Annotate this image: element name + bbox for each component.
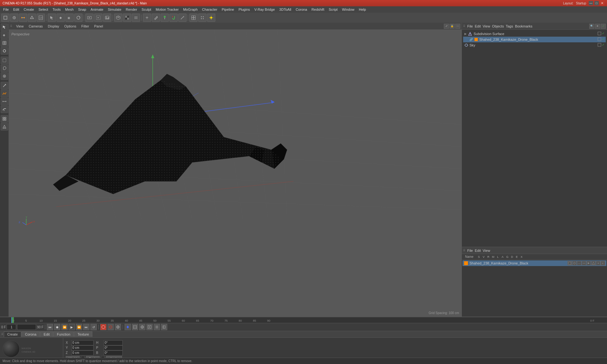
tool-pointer[interactable] [1, 23, 8, 31]
viewport-expand-btn[interactable]: ⤢ [444, 24, 449, 29]
pb-btn1[interactable] [100, 324, 107, 330]
toolbar-polygon-mode[interactable] [28, 14, 36, 22]
toolbar-render-region[interactable] [94, 14, 102, 22]
sm-menu-bookmarks[interactable]: Bookmarks [515, 24, 532, 28]
menu-pipeline[interactable]: Pipeline [220, 7, 236, 12]
toolbar-layers[interactable] [132, 14, 140, 22]
tool-spline[interactable] [1, 90, 8, 97]
viewport-menu-display[interactable]: Display [46, 24, 60, 29]
coord-x-input[interactable] [71, 340, 94, 345]
toolbar-paint[interactable] [161, 14, 169, 22]
pb-btn4[interactable] [125, 324, 131, 330]
sm-layers[interactable]: ≡ [595, 24, 600, 29]
next-frame-btn[interactable]: ⏩ [76, 324, 82, 330]
pb-btn9[interactable] [161, 324, 167, 330]
menu-character[interactable]: Character [200, 7, 219, 12]
coord-b-input[interactable] [104, 350, 123, 355]
menu-sculpt[interactable]: Sculpt [140, 7, 153, 12]
subdivision-visible-icon[interactable] [598, 32, 601, 36]
3d-viewport[interactable]: X Y Z Perspective Grid Spacing: 100 cm [9, 30, 462, 317]
sm-checkmark[interactable]: ✓ [601, 24, 606, 29]
mat-icon-render[interactable] [586, 261, 591, 265]
mat-icon-x[interactable]: ✕ [596, 261, 600, 265]
toolbar-point-mode[interactable] [10, 14, 18, 22]
menu-edit[interactable]: Edit [11, 7, 21, 12]
menu-animate[interactable]: Animate [89, 7, 105, 12]
toolbar-draw[interactable] [152, 14, 160, 22]
coord-y-input[interactable] [71, 345, 94, 350]
sm-menu-tags[interactable]: Tags [506, 24, 513, 28]
tool-measure[interactable] [1, 98, 8, 105]
menu-render[interactable]: Render [124, 7, 139, 12]
tool-lasso[interactable] [1, 64, 8, 72]
tab-texture[interactable]: Texture [74, 331, 92, 337]
go-start-btn[interactable]: ⏮ [47, 324, 53, 330]
toolbar-scale-tool[interactable]: ⊞ [65, 14, 74, 22]
tab-create[interactable]: Create [4, 331, 21, 337]
viewport-menu-cameras[interactable]: Cameras [28, 24, 44, 29]
menu-window[interactable]: Window [340, 7, 356, 12]
pb-btn8[interactable] [154, 324, 160, 330]
toolbar-light[interactable] [207, 14, 215, 22]
menu-select[interactable]: Select [37, 7, 50, 12]
menu-vray-bridge[interactable]: V-Ray Bridge [253, 7, 277, 12]
pb-btn6[interactable] [139, 324, 145, 330]
viewport-menu-view[interactable]: View [15, 24, 25, 29]
toolbar-viewport-mode[interactable] [189, 14, 198, 22]
viewport-menu-options[interactable]: Options [63, 24, 77, 29]
pb-btn2[interactable]: ! [107, 324, 114, 330]
scene-item-subdivision[interactable]: ▶ Subdivision Surface ✓ [463, 31, 606, 37]
toolbar-render-picture[interactable] [103, 14, 111, 22]
menu-script[interactable]: Script [327, 7, 340, 12]
scene-item-sky[interactable]: Sky ✓ [463, 42, 606, 48]
pb-btn7[interactable] [146, 324, 153, 330]
toolbar-add[interactable]: + [143, 14, 151, 22]
material-ball[interactable] [3, 340, 20, 357]
toolbar-edge-mode[interactable] [19, 14, 27, 22]
tool-rotate[interactable] [1, 47, 8, 55]
go-end-btn[interactable]: ⏭ [83, 324, 89, 330]
tool-paint-select[interactable] [1, 72, 8, 80]
loop-btn[interactable]: ↺ [90, 324, 97, 330]
menu-file[interactable]: File [1, 7, 11, 12]
coord-h-input[interactable] [104, 340, 123, 345]
tab-edit[interactable]: Edit [40, 331, 53, 337]
subdivision-active-icon[interactable]: ✓ [602, 32, 604, 36]
material-row-drone[interactable]: Shahed_238_Kamikaze_Drone_Black — [463, 260, 606, 266]
sm-menu-edit[interactable]: Edit [475, 24, 481, 28]
menu-corona[interactable]: Corona [294, 7, 309, 12]
toolbar-checkerboard[interactable] [123, 14, 131, 22]
sky-active-icon[interactable]: ✓ [602, 43, 604, 47]
toolbar-select-tool[interactable] [48, 14, 56, 22]
maximize-button[interactable]: □ [594, 1, 599, 5]
sm-menu-view[interactable]: View [483, 24, 490, 28]
sm-menu-file[interactable]: File [467, 24, 473, 28]
pb-btn5[interactable] [132, 324, 138, 330]
toolbar-cube[interactable] [114, 14, 122, 22]
tab-function[interactable]: Function [53, 331, 74, 337]
mat-menu-edit[interactable]: Edit [475, 249, 481, 252]
mat-icon-v[interactable] [572, 261, 577, 265]
frame-range-input[interactable] [17, 324, 36, 330]
mat-icon-k[interactable]: K [601, 261, 605, 265]
sky-visible-icon[interactable] [598, 43, 601, 47]
toolbar-render-view[interactable] [85, 14, 94, 22]
menu-simulate[interactable]: Simulate [106, 7, 123, 12]
frame-input[interactable] [7, 324, 16, 330]
menu-motion-tracker[interactable]: Motion Tracker [154, 7, 181, 12]
menu-plugins[interactable]: Plugins [236, 7, 252, 12]
viewport-lock-btn[interactable]: 🔒 [450, 24, 455, 29]
sm-menu-objects[interactable]: Objects [492, 24, 504, 28]
toolbar-dots[interactable] [198, 14, 206, 22]
scene-item-drone[interactable]: 🔗 Shahed_238_Kamikaze_Drone_Black ✓ [463, 37, 606, 42]
prev-frame-btn[interactable]: ⏪ [61, 324, 68, 330]
toolbar-move-tool[interactable]: ✥ [57, 14, 65, 22]
minimize-button[interactable]: — [589, 1, 593, 5]
play-btn[interactable]: ▶ [69, 324, 75, 330]
menu-help[interactable]: Help [357, 7, 368, 12]
tool-grid[interactable] [1, 115, 8, 123]
drone-active-icon[interactable]: ✓ [602, 37, 604, 42]
toolbar-uv-mode[interactable]: UV [37, 14, 45, 22]
toolbar-knife[interactable] [178, 14, 187, 22]
mat-icon-r[interactable]: — [577, 261, 581, 265]
